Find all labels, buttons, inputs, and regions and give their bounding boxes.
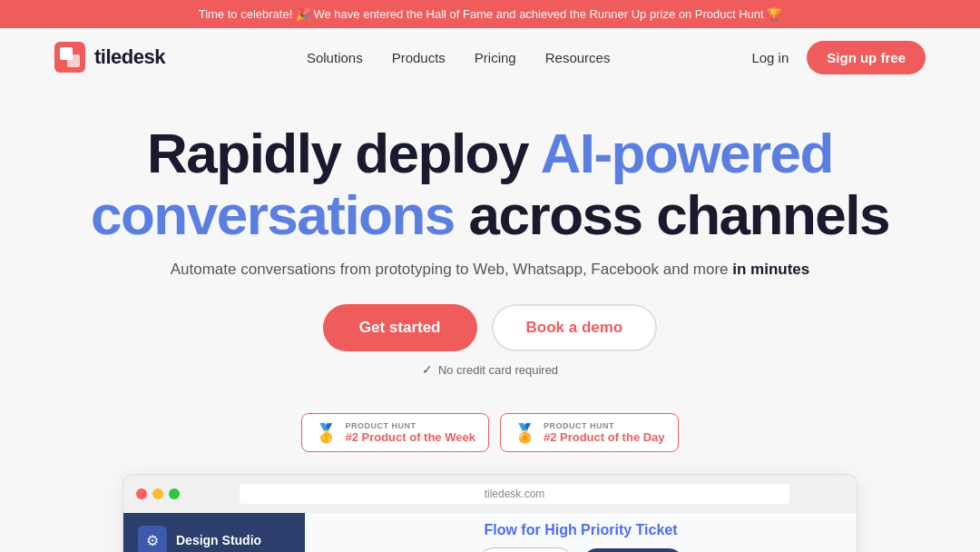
nav-products[interactable]: Products <box>392 50 446 65</box>
nav-resources[interactable]: Resources <box>545 50 611 65</box>
login-link[interactable]: Log in <box>751 50 789 65</box>
top-banner: Time to celebrate! 🎉 We have entered the… <box>0 0 980 28</box>
badge-day[interactable]: 🏅 PRODUCT HUNT #2 Product of the Day <box>500 413 679 452</box>
navbar: tiledesk Solutions Products Pricing Reso… <box>0 28 980 86</box>
flow-title: Flow for High Priority Ticket <box>484 522 677 538</box>
badge-day-rank: #2 Product of the Day <box>544 430 665 444</box>
hero-heading-part1: Rapidly deploy <box>147 122 540 184</box>
logo-icon <box>54 42 85 73</box>
banner-text: Time to celebrate! 🎉 We have entered the… <box>199 7 782 21</box>
hero-buttons: Get started Book a demo <box>54 304 926 351</box>
titlebar-dot-close <box>136 488 147 499</box>
badge-week-icon: 🥇 <box>315 422 338 444</box>
publish-button[interactable]: ↻ PUBLISH <box>583 548 683 552</box>
app-body: ⚙ Design Studio ▶ Playbk Flow for High P… <box>123 513 857 552</box>
book-demo-button[interactable]: Book a demo <box>492 304 658 351</box>
app-sidebar: ⚙ Design Studio ▶ Playbk <box>123 513 305 552</box>
nav-solutions[interactable]: Solutions <box>307 50 363 65</box>
product-hunt-badges: 🥇 PRODUCT HUNT #2 Product of the Week 🏅 … <box>0 413 980 452</box>
app-actions: ▶ TEST IT ↻ PUBLISH <box>478 547 682 552</box>
svg-rect-2 <box>67 54 80 67</box>
badge-week-label: PRODUCT HUNT <box>345 421 475 430</box>
app-preview: tiledesk.com ⚙ Design Studio ▶ Playbk Fl… <box>122 474 858 552</box>
badge-week-text: PRODUCT HUNT #2 Product of the Week <box>345 421 475 444</box>
badge-day-icon: 🏅 <box>514 422 536 444</box>
badge-day-text: PRODUCT HUNT #2 Product of the Day <box>544 421 665 444</box>
app-titlebar: tiledesk.com <box>123 475 857 513</box>
logo-text: tiledesk <box>94 45 165 69</box>
titlebar-dot-minimize <box>152 488 163 499</box>
titlebar-dot-maximize <box>169 488 180 499</box>
nav-pricing[interactable]: Pricing <box>475 50 516 65</box>
design-studio-icon: ⚙ <box>138 526 167 552</box>
no-credit-card: ✓ No credit card required <box>54 362 926 377</box>
hero-section: Rapidly deploy AI-powered conversations … <box>0 86 980 413</box>
checkmark-icon: ✓ <box>422 362 433 377</box>
design-studio-label: Design Studio <box>176 533 261 547</box>
address-bar: tiledesk.com <box>240 484 789 504</box>
logo[interactable]: tiledesk <box>54 42 165 73</box>
signup-button[interactable]: Sign up free <box>807 41 926 74</box>
hero-sub-bold: in minutes <box>732 261 809 278</box>
hero-sub-text: Automate conversations from prototyping … <box>171 261 733 278</box>
app-main-content: Flow for High Priority Ticket ▶ TEST IT … <box>305 513 857 552</box>
badge-week[interactable]: 🥇 PRODUCT HUNT #2 Product of the Week <box>301 413 489 452</box>
get-started-button[interactable]: Get started <box>323 304 477 351</box>
sidebar-design-studio[interactable]: ⚙ Design Studio <box>123 513 305 552</box>
navbar-actions: Log in Sign up free <box>751 41 926 74</box>
test-it-button[interactable]: ▶ TEST IT <box>478 547 573 552</box>
hero-heading: Rapidly deploy AI-powered conversations … <box>54 123 926 246</box>
nav-links: Solutions Products Pricing Resources <box>307 50 610 65</box>
badge-week-rank: #2 Product of the Week <box>345 430 475 444</box>
hero-heading-part2: across channels <box>455 183 889 246</box>
badge-day-label: PRODUCT HUNT <box>544 421 665 430</box>
no-cc-text: No credit card required <box>438 363 558 377</box>
hero-subtext: Automate conversations from prototyping … <box>54 261 926 279</box>
